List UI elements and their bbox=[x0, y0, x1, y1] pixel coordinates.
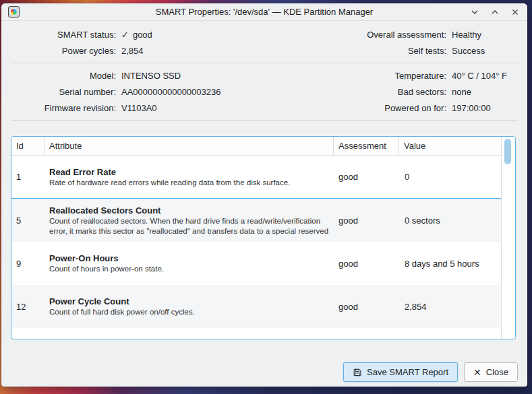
serial-number-label: Serial number: bbox=[8, 87, 116, 97]
device-details-section: Model: INTENSO SSD Serial number: AA0000… bbox=[1, 63, 527, 120]
attribute-assessment: good bbox=[334, 242, 399, 285]
check-icon: ✓ bbox=[121, 30, 129, 40]
attribute-id: 5 bbox=[11, 199, 45, 242]
smart-status-label: SMART status: bbox=[8, 30, 116, 40]
powered-on-value: 197:00:00 bbox=[452, 103, 517, 113]
temperature-value: 40° C / 104° F bbox=[452, 71, 517, 81]
titlebar[interactable]: SMART Properties: '/dev/sda' — KDE Parti… bbox=[1, 3, 527, 21]
save-smart-report-button[interactable]: Save SMART Report bbox=[343, 362, 458, 382]
close-x-icon: ✕ bbox=[473, 367, 481, 378]
maximize-button[interactable] bbox=[488, 5, 502, 19]
disk-pie-icon bbox=[10, 8, 18, 15]
attribute-value: 0 bbox=[399, 156, 501, 198]
smart-properties-dialog: SMART Properties: '/dev/sda' — KDE Parti… bbox=[1, 3, 527, 387]
column-header-attribute[interactable]: Attribute bbox=[45, 137, 334, 155]
smart-attributes-table: Id Attribute Assessment Value 1 Read Err… bbox=[11, 136, 516, 339]
attribute-description: Count of reallocated sectors. When the h… bbox=[49, 216, 334, 236]
table-header: Id Attribute Assessment Value bbox=[11, 137, 501, 156]
details-left-column: Model: INTENSO SSD Serial number: AA0000… bbox=[8, 67, 220, 116]
attribute-value: 8 days and 5 hours bbox=[399, 242, 501, 285]
table-row[interactable]: 5 Reallocated Sectors Count Count of rea… bbox=[11, 199, 501, 242]
attribute-info: Read Error Rate Rate of hardware read er… bbox=[45, 156, 334, 198]
kde-partition-manager-icon bbox=[8, 6, 20, 18]
table-row[interactable]: 9 Power-On Hours Count of hours in power… bbox=[11, 242, 501, 285]
firmware-revision-label: Firmware revision: bbox=[8, 103, 116, 113]
attribute-value: 2,854 bbox=[399, 285, 501, 328]
summary-left-column: SMART status: ✓good Power cycles: 2,854 bbox=[8, 26, 152, 59]
chevron-up-icon bbox=[491, 8, 499, 16]
serial-number-value: AA000000000000003236 bbox=[121, 87, 220, 97]
separator-line bbox=[11, 120, 518, 121]
attribute-name: Read Error Rate bbox=[49, 166, 116, 178]
power-cycles-value: 2,854 bbox=[121, 46, 144, 56]
attribute-description: Rate of hardware read errors while readi… bbox=[49, 178, 294, 188]
powered-on-label: Powered on for: bbox=[384, 103, 446, 113]
smart-status-value: ✓good bbox=[121, 30, 152, 40]
attribute-assessment: good bbox=[334, 199, 399, 242]
self-tests-label: Self tests: bbox=[408, 46, 446, 56]
vertical-scrollbar[interactable] bbox=[501, 137, 515, 339]
summary-right-column: Overall assessment: Healthy Self tests: … bbox=[367, 26, 517, 59]
overall-assessment-label: Overall assessment: bbox=[367, 30, 446, 40]
titlebar-controls bbox=[468, 5, 522, 19]
table-row[interactable]: 1 Read Error Rate Rate of hardware read … bbox=[11, 156, 501, 199]
column-header-value[interactable]: Value bbox=[399, 137, 501, 155]
attribute-assessment: good bbox=[334, 156, 399, 198]
details-right-column: Temperature: 40° C / 104° F Bad sectors:… bbox=[384, 67, 517, 116]
self-tests-value: Success bbox=[452, 46, 517, 56]
model-label: Model: bbox=[8, 71, 116, 81]
attribute-id: 9 bbox=[11, 242, 45, 285]
attribute-name: Power Cycle Count bbox=[49, 296, 129, 307]
attribute-description: Count of full hard disk power on/off cyc… bbox=[49, 307, 199, 317]
minimize-button[interactable] bbox=[468, 5, 481, 19]
attribute-name: Power-On Hours bbox=[49, 253, 119, 264]
save-icon bbox=[353, 368, 362, 377]
attribute-info: Reallocated Sectors Count Count of reall… bbox=[45, 199, 334, 242]
attribute-info: Power Cycle Count Count of full hard dis… bbox=[45, 285, 334, 328]
model-value: INTENSO SSD bbox=[121, 71, 181, 81]
close-window-button[interactable] bbox=[508, 5, 522, 19]
firmware-revision-value: V1103A0 bbox=[121, 103, 157, 113]
column-header-assessment[interactable]: Assessment bbox=[334, 137, 399, 155]
attribute-assessment: good bbox=[334, 285, 399, 328]
attribute-description: Count of hours in power-on state. bbox=[49, 264, 168, 274]
desktop-background: SMART Properties: '/dev/sda' — KDE Parti… bbox=[0, 0, 532, 394]
close-button-label: Close bbox=[486, 367, 508, 377]
chevron-down-icon bbox=[471, 8, 479, 16]
table-body: 1 Read Error Rate Rate of hardware read … bbox=[11, 156, 501, 328]
smart-summary-section: SMART status: ✓good Power cycles: 2,854 … bbox=[1, 21, 527, 63]
attribute-value: 0 sectors bbox=[399, 199, 501, 242]
window-title: SMART Properties: '/dev/sda' — KDE Parti… bbox=[1, 7, 527, 17]
power-cycles-label: Power cycles: bbox=[8, 46, 116, 56]
close-icon bbox=[511, 8, 519, 16]
attribute-id: 1 bbox=[11, 156, 45, 198]
bad-sectors-label: Bad sectors: bbox=[398, 87, 446, 97]
dialog-button-box: Save SMART Report ✕ Close bbox=[1, 362, 527, 387]
close-button[interactable]: ✕ Close bbox=[464, 362, 518, 382]
table-row[interactable]: 12 Power Cycle Count Count of full hard … bbox=[11, 285, 501, 328]
column-header-id[interactable]: Id bbox=[11, 137, 45, 155]
attribute-name: Reallocated Sectors Count bbox=[49, 205, 160, 216]
bad-sectors-value: none bbox=[452, 87, 517, 97]
attribute-info: Power-On Hours Count of hours in power-o… bbox=[45, 242, 334, 285]
overall-assessment-value: Healthy bbox=[452, 30, 517, 40]
temperature-label: Temperature: bbox=[394, 71, 446, 81]
save-button-label: Save SMART Report bbox=[367, 367, 448, 377]
attribute-id: 12 bbox=[11, 285, 45, 328]
scrollbar-thumb[interactable] bbox=[504, 139, 511, 164]
